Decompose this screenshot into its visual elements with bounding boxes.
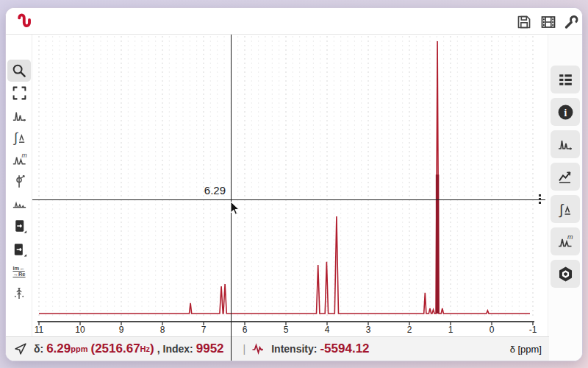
intensity-value: -5594.12 (320, 342, 369, 356)
svg-text:∫: ∫ (559, 202, 564, 218)
svg-text:∫: ∫ (12, 130, 18, 145)
index-label: , Index: (157, 343, 193, 355)
index-value: 9952 (196, 342, 224, 356)
tool-apodization[interactable] (6, 283, 32, 305)
peaks-icon (11, 107, 28, 124)
panel-peaks[interactable] (551, 130, 580, 158)
tool-real-imaginary[interactable]: Im← →Re (6, 261, 32, 283)
svg-text:3: 3 (366, 325, 371, 335)
save-button[interactable] (515, 13, 533, 31)
magnifier-icon (11, 63, 28, 79)
left-toolbar: ∫ m (6, 35, 32, 336)
panel-information[interactable]: i (551, 98, 580, 126)
phase-icon (11, 173, 28, 190)
panel-spectra-list[interactable] (551, 66, 580, 93)
floppy-disk-icon (515, 13, 533, 31)
integral-icon: ∫ (556, 200, 574, 218)
import-icon (11, 218, 28, 235)
tool-integral[interactable]: ∫ (6, 126, 32, 148)
tool-import[interactable] (6, 215, 32, 237)
app-window: ∫ m (5, 7, 583, 361)
nmrium-logo (16, 12, 34, 29)
desktop-background: ∫ m (0, 0, 588, 368)
svg-text:-1: -1 (529, 325, 537, 335)
svg-text:5: 5 (284, 325, 289, 335)
expand-icon (12, 85, 27, 101)
panel-integrals[interactable]: ∫ (551, 195, 580, 223)
ppm-unit: ppm (71, 344, 87, 353)
svg-text:4: 4 (325, 325, 330, 335)
info-icon: i (556, 103, 575, 121)
right-panel: i ∫ (548, 35, 582, 361)
svg-text:2: 2 (407, 325, 412, 335)
header-bar (6, 8, 582, 35)
spectrum-chart-area[interactable]: 11109876543210-1 (34, 35, 548, 338)
apodization-icon (11, 286, 27, 302)
panel-ranges[interactable]: m (551, 227, 580, 255)
delta-label: δ: (34, 343, 43, 355)
tool-full-zoom-out[interactable] (6, 82, 32, 104)
freq-close: ) (150, 342, 154, 356)
integral-icon: ∫ (11, 129, 28, 146)
intensity-label: Intensity: (271, 343, 317, 355)
svg-text:11: 11 (35, 325, 44, 335)
svg-text:7: 7 (201, 325, 207, 335)
baseline-icon (11, 195, 28, 212)
status-bar: δ: 6.29ppm (2516.67Hz) , Index: 9952 | I… (6, 336, 549, 361)
freq-unit: Hz (140, 344, 150, 353)
tool-range-picking[interactable]: m (6, 148, 32, 170)
ranges-icon: m (556, 233, 574, 250)
svg-text:1: 1 (448, 325, 453, 335)
svg-text:m: m (567, 233, 573, 241)
tool-zoom[interactable] (7, 60, 31, 82)
axis-unit-label: δ [ppm] (510, 344, 542, 355)
separator: | (243, 343, 246, 355)
panel-processing[interactable] (551, 163, 580, 191)
svg-text:8: 8 (160, 325, 165, 335)
svg-text:0: 0 (490, 325, 495, 335)
x-axis[interactable]: 11109876543210-1 (35, 322, 537, 335)
export-icon (11, 241, 28, 258)
list-icon (556, 71, 575, 89)
panel-structures[interactable] (551, 260, 580, 288)
peaks-icon (556, 135, 574, 153)
hexagon-icon (556, 265, 575, 283)
svg-text:6: 6 (243, 325, 248, 335)
film-table-icon (539, 13, 557, 31)
delta-value: 6.29 (46, 342, 71, 356)
svg-text:9: 9 (119, 325, 124, 335)
ranges-icon: m (11, 151, 28, 168)
tool-export[interactable] (6, 238, 32, 261)
spectrum-path (39, 41, 530, 314)
svg-text:i: i (564, 107, 567, 118)
spectrum-chart[interactable]: 11109876543210-1 (34, 35, 548, 338)
tool-baseline-correction[interactable] (6, 192, 32, 214)
im-re-icon: Im← →Re (12, 266, 25, 277)
svg-text:10: 10 (75, 325, 85, 335)
freq-value: 2516.67 (95, 342, 140, 356)
crosshair-ppm-label: 6.29 (204, 184, 226, 197)
tool-phase-correction[interactable] (6, 170, 32, 192)
svg-text:m: m (21, 151, 26, 158)
wrench-icon (562, 13, 580, 31)
settings-button[interactable] (562, 13, 580, 31)
chart-arrow-icon (556, 168, 574, 185)
tool-peak-picking[interactable] (6, 105, 32, 127)
cursor-pointer-icon (15, 343, 27, 355)
grid (39, 36, 533, 319)
pulse-icon (251, 343, 266, 355)
panel-resize-handle[interactable] (537, 193, 542, 205)
matrix-button[interactable] (539, 13, 557, 31)
